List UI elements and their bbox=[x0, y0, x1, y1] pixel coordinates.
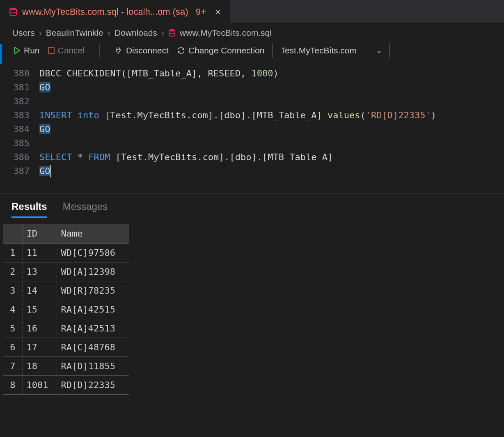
line-number: 386 bbox=[0, 150, 39, 164]
close-icon[interactable]: × bbox=[215, 7, 221, 17]
cell-name[interactable]: RA[A]42515 bbox=[57, 300, 129, 319]
table-row[interactable]: 516RA[A]42513 bbox=[3, 319, 129, 338]
disconnect-button[interactable]: Disconnect bbox=[115, 46, 169, 55]
table-row[interactable]: 314WD[R]78235 bbox=[3, 281, 129, 300]
row-number: 5 bbox=[3, 319, 22, 338]
code-line[interactable]: GO bbox=[39, 164, 50, 178]
tab-messages[interactable]: Messages bbox=[63, 201, 108, 218]
cell-id[interactable]: 1001 bbox=[22, 375, 57, 394]
disconnect-label: Disconnect bbox=[126, 46, 169, 55]
cancel-label: Cancel bbox=[58, 46, 85, 55]
editor-tab[interactable]: www.MyTecBits.com.sql - localh...om (sa)… bbox=[0, 0, 230, 24]
code-editor[interactable]: 380DBCC CHECKIDENT([MTB_Table_A], RESEED… bbox=[0, 64, 504, 182]
row-number: 6 bbox=[3, 338, 22, 356]
cell-id[interactable]: 11 bbox=[22, 243, 57, 262]
breadcrumb-item[interactable]: Users bbox=[12, 28, 35, 38]
tab-title: www.MyTecBits.com.sql - localh...om (sa) bbox=[22, 7, 188, 17]
run-button[interactable]: Run bbox=[14, 46, 40, 55]
stop-icon bbox=[48, 47, 55, 54]
results-table: ID Name 111WD[C]97586213WD[A]12398314WD[… bbox=[3, 224, 129, 395]
table-row[interactable]: 111WD[C]97586 bbox=[3, 243, 129, 262]
cell-id[interactable]: 15 bbox=[22, 300, 57, 319]
database-icon bbox=[168, 29, 176, 37]
database-select-value: Test.MyTecBits.com bbox=[280, 46, 357, 55]
tab-bar: www.MyTecBits.com.sql - localh...om (sa)… bbox=[0, 0, 504, 24]
line-number: 381 bbox=[0, 80, 39, 94]
row-number-header[interactable] bbox=[3, 224, 22, 243]
svg-point-1 bbox=[169, 29, 175, 32]
breadcrumb-file[interactable]: www.MyTecBits.com.sql bbox=[180, 28, 272, 38]
cell-name[interactable]: RA[D]11855 bbox=[57, 356, 129, 375]
cell-name[interactable]: RA[A]42513 bbox=[57, 319, 129, 338]
column-header-name[interactable]: Name bbox=[57, 224, 129, 243]
cell-name[interactable]: RA[C]48768 bbox=[57, 338, 129, 356]
row-number: 4 bbox=[3, 300, 22, 319]
svg-point-0 bbox=[10, 8, 16, 10]
separator bbox=[99, 44, 100, 58]
table-row[interactable]: 213WD[A]12398 bbox=[3, 262, 129, 281]
breadcrumb-item[interactable]: Downloads bbox=[115, 28, 157, 38]
results-tabs: Results Messages bbox=[0, 193, 504, 218]
line-number: 382 bbox=[0, 94, 39, 108]
database-icon bbox=[9, 7, 17, 16]
table-row[interactable]: 415RA[A]42515 bbox=[3, 300, 129, 319]
cell-name[interactable]: WD[A]12398 bbox=[57, 262, 129, 281]
table-row[interactable]: 81001RD[D]22335 bbox=[3, 375, 129, 394]
breadcrumb-item[interactable]: BeaulinTwinkle bbox=[46, 28, 103, 38]
tab-badge: 9+ bbox=[196, 7, 206, 17]
code-line[interactable]: SELECT * FROM [Test.MyTecBits.com].[dbo]… bbox=[39, 150, 333, 164]
row-number: 8 bbox=[3, 375, 22, 394]
line-number: 385 bbox=[0, 136, 39, 150]
cell-name[interactable]: WD[C]97586 bbox=[57, 243, 129, 262]
chevron-right-icon: › bbox=[39, 28, 42, 38]
swap-icon bbox=[177, 47, 184, 54]
disconnect-icon bbox=[115, 46, 122, 55]
column-header-id[interactable]: ID bbox=[22, 224, 57, 243]
cell-id[interactable]: 13 bbox=[22, 262, 57, 281]
chevron-right-icon: › bbox=[161, 28, 164, 38]
code-line[interactable]: GO bbox=[39, 80, 50, 94]
chevron-right-icon: › bbox=[108, 28, 110, 38]
code-line[interactable]: INSERT into [Test.MyTecBits.com].[dbo].[… bbox=[39, 108, 436, 122]
table-row[interactable]: 617RA[C]48768 bbox=[3, 338, 129, 356]
sql-toolbar: Run Cancel Disconnect Change Connection … bbox=[0, 44, 504, 64]
cell-id[interactable]: 14 bbox=[22, 281, 57, 300]
database-select[interactable]: Test.MyTecBits.com ⌄ bbox=[273, 43, 390, 58]
cell-name[interactable]: RD[D]22335 bbox=[57, 375, 129, 394]
line-number: 383 bbox=[0, 108, 39, 122]
cell-id[interactable]: 16 bbox=[22, 319, 57, 338]
line-number: 380 bbox=[0, 67, 39, 80]
code-line[interactable]: GO bbox=[39, 122, 50, 136]
row-number: 7 bbox=[3, 356, 22, 375]
line-number: 384 bbox=[0, 122, 39, 136]
row-number: 1 bbox=[3, 243, 22, 262]
table-row[interactable]: 718RA[D]11855 bbox=[3, 356, 129, 375]
row-number: 3 bbox=[3, 281, 22, 300]
cell-id[interactable]: 18 bbox=[22, 356, 57, 375]
tab-results[interactable]: Results bbox=[11, 201, 47, 218]
tab-bar-empty bbox=[230, 0, 504, 23]
breadcrumb: Users › BeaulinTwinkle › Downloads › www… bbox=[0, 24, 504, 44]
code-line[interactable]: DBCC CHECKIDENT([MTB_Table_A], RESEED, 1… bbox=[39, 67, 279, 80]
chevron-down-icon: ⌄ bbox=[376, 46, 382, 55]
play-icon bbox=[14, 47, 21, 54]
cancel-button[interactable]: Cancel bbox=[48, 46, 85, 55]
cell-name[interactable]: WD[R]78235 bbox=[57, 281, 129, 300]
cell-id[interactable]: 17 bbox=[22, 338, 57, 356]
change-connection-label: Change Connection bbox=[188, 46, 265, 55]
change-connection-button[interactable]: Change Connection bbox=[177, 46, 265, 55]
line-number: 387 bbox=[0, 164, 39, 178]
run-label: Run bbox=[24, 46, 40, 55]
row-number: 2 bbox=[3, 262, 22, 281]
